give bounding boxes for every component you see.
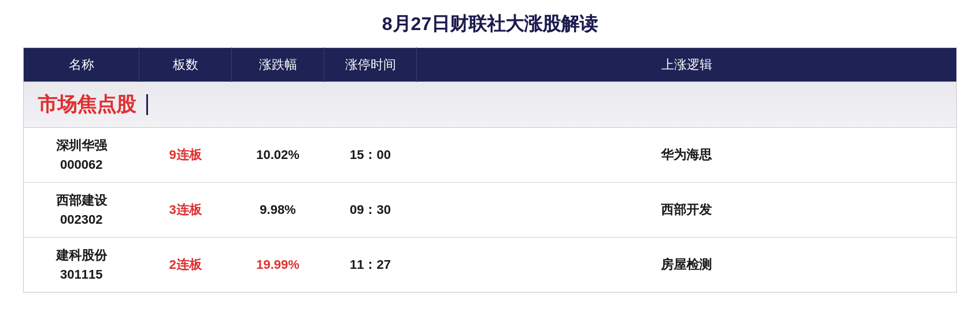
stock-time: 11：27 [324, 238, 417, 293]
header-name: 名称 [24, 48, 139, 82]
section-title: 市场焦点股 [38, 91, 942, 118]
section-row-market-focus: 市场焦点股 [24, 82, 957, 128]
stock-code: 301115 [35, 265, 128, 284]
header-boards: 板数 [139, 48, 232, 82]
section-divider [146, 94, 148, 115]
stock-code: 000062 [35, 155, 128, 174]
stock-logic: 房屋检测 [417, 238, 957, 293]
stock-change: 19.99% [232, 238, 324, 293]
stock-code: 002302 [35, 210, 128, 229]
section-cell: 市场焦点股 [24, 82, 957, 128]
section-title-text: 市场焦点股 [38, 91, 136, 118]
stock-logic: 华为海思 [417, 128, 957, 183]
page-title: 8月27日财联社大涨股解读 [23, 12, 957, 37]
stock-change: 9.98% [232, 183, 324, 238]
stock-name-cell: 建科股份 301115 [24, 238, 139, 293]
main-table: 名称 板数 涨跌幅 涨停时间 上涨逻辑 市场焦点股 深圳华强 000062 9连… [23, 47, 957, 293]
stock-name: 建科股份 [35, 246, 128, 265]
table-row: 建科股份 301115 2连板 19.99% 11：27 房屋检测 [24, 238, 957, 293]
stock-name-cell: 深圳华强 000062 [24, 128, 139, 183]
table-row: 深圳华强 000062 9连板 10.02% 15：00 华为海思 [24, 128, 957, 183]
header-logic: 上涨逻辑 [417, 48, 957, 82]
table-header-row: 名称 板数 涨跌幅 涨停时间 上涨逻辑 [24, 48, 957, 82]
header-change: 涨跌幅 [232, 48, 324, 82]
table-row: 西部建设 002302 3连板 9.98% 09：30 西部开发 [24, 183, 957, 238]
stock-name: 西部建设 [35, 191, 128, 210]
stock-boards: 2连板 [139, 238, 232, 293]
stock-logic: 西部开发 [417, 183, 957, 238]
stock-time: 09：30 [324, 183, 417, 238]
header-time: 涨停时间 [324, 48, 417, 82]
stock-change: 10.02% [232, 128, 324, 183]
stock-time: 15：00 [324, 128, 417, 183]
stock-name-cell: 西部建设 002302 [24, 183, 139, 238]
stock-boards: 3连板 [139, 183, 232, 238]
stock-boards: 9连板 [139, 128, 232, 183]
stock-name: 深圳华强 [35, 136, 128, 155]
